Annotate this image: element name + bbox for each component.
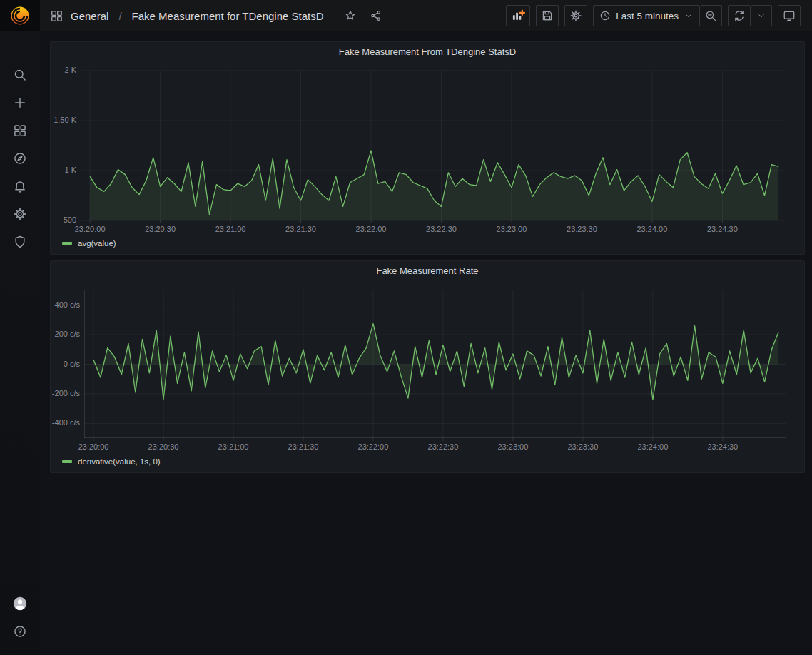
share-dashboard-button[interactable]	[367, 6, 385, 25]
time-range-picker[interactable]: Last 5 minutes	[593, 5, 700, 26]
breadcrumb-dashboards-button[interactable]	[50, 9, 64, 23]
breadcrumb-separator: /	[118, 10, 121, 22]
timeseries-plot-area[interactable]: 2 K1.50 K1 K50023:20:0023:20:3023:21:002…	[81, 71, 786, 220]
legend: avg(value)	[62, 239, 116, 248]
dashboards-grid-icon	[50, 9, 64, 23]
star-icon	[344, 9, 357, 22]
x-axis-tick-label: 23:21:00	[215, 225, 246, 233]
server-admin-shield-icon	[13, 235, 27, 249]
legend-series-swatch	[62, 242, 72, 245]
x-axis-tick-label: 23:24:00	[637, 442, 668, 451]
sidebar-item-dashboards[interactable]	[0, 116, 40, 144]
star-dashboard-button[interactable]	[341, 6, 360, 25]
x-axis-tick-label: 23:21:30	[288, 442, 319, 451]
sidebar-item-help[interactable]	[0, 617, 40, 645]
refresh-icon	[733, 9, 746, 22]
explore-compass-icon	[13, 151, 27, 166]
panel-title[interactable]: Fake Measurement From TDengine StatsD	[51, 46, 804, 57]
panel-fake-measurement: Fake Measurement From TDengine StatsD 2 …	[50, 41, 805, 255]
user-avatar	[12, 596, 28, 611]
timeseries-plot-area[interactable]: 400 c/s200 c/s0 c/s-200 c/s-400 c/s23:20…	[84, 290, 786, 438]
x-axis-tick-label: 23:23:00	[497, 225, 527, 233]
y-axis-tick-label: 2 K	[44, 66, 76, 74]
x-axis-tick-label: 23:20:30	[148, 442, 179, 451]
y-axis-tick-label: 1 K	[44, 166, 76, 174]
sidebar-item-profile[interactable]	[0, 589, 40, 617]
panel-fake-measurement-rate: Fake Measurement Rate 400 c/s200 c/s0 c/…	[50, 260, 805, 473]
sidebar	[0, 0, 40, 655]
create-plus-icon	[13, 96, 27, 110]
search-icon	[13, 68, 27, 82]
sidebar-item-create[interactable]	[0, 88, 40, 116]
legend-series-label[interactable]: avg(value)	[78, 239, 116, 248]
x-axis-tick-label: 23:20:30	[145, 225, 176, 233]
cycle-view-tv-icon	[783, 9, 796, 22]
sidebar-item-alerting[interactable]	[0, 172, 40, 200]
legend: derivative(value, 1s, 0)	[62, 457, 161, 466]
sidebar-item-explore[interactable]	[0, 144, 40, 172]
grafana-logo-icon	[9, 5, 31, 26]
refresh-dashboard-button[interactable]	[728, 5, 751, 26]
sidebar-item-search[interactable]	[0, 61, 40, 88]
clock-icon	[599, 10, 611, 21]
chevron-down-icon	[684, 11, 694, 21]
y-axis-tick-label: 0 c/s	[47, 360, 80, 368]
x-axis-tick-label: 23:23:30	[567, 225, 597, 233]
legend-series-swatch	[62, 460, 72, 463]
top-header: General / Fake Measurement for TDengine …	[40, 0, 812, 31]
x-axis-tick-label: 23:22:00	[356, 225, 387, 233]
panel-title[interactable]: Fake Measurement Rate	[51, 265, 804, 276]
x-axis-tick-label: 23:23:30	[567, 442, 598, 451]
dashboards-grid-icon	[13, 123, 27, 138]
save-dashboard-icon	[541, 9, 554, 22]
sidebar-item-configuration[interactable]	[0, 200, 40, 228]
x-axis-tick-label: 23:22:30	[428, 442, 459, 451]
x-axis-tick-label: 23:24:30	[707, 225, 738, 233]
refresh-interval-dropdown[interactable]	[751, 5, 772, 26]
x-axis-tick-label: 23:20:00	[78, 442, 109, 451]
y-axis-tick-label: 400 c/s	[47, 300, 80, 309]
y-axis-tick-label: 500	[44, 215, 76, 224]
dashboard-toolbar: Last 5 minutes	[506, 5, 801, 26]
x-axis-tick-label: 23:21:00	[218, 442, 249, 451]
y-axis-tick-label: 200 c/s	[47, 330, 80, 338]
zoom-out-icon	[704, 9, 717, 22]
cycle-view-mode-button[interactable]	[778, 5, 801, 26]
help-question-icon	[13, 624, 27, 639]
dashboard-settings-gear-icon	[569, 9, 582, 22]
x-axis-tick-label: 23:23:00	[497, 442, 528, 451]
x-axis-tick-label: 23:22:00	[358, 442, 389, 451]
x-axis-tick-label: 23:21:30	[285, 225, 316, 233]
breadcrumb: General / Fake Measurement for TDengine …	[50, 6, 385, 25]
sidebar-item-server-admin[interactable]	[0, 228, 40, 255]
dashboard-settings-button[interactable]	[564, 5, 587, 26]
zoom-out-time-button[interactable]	[700, 5, 722, 26]
x-axis-tick-label: 23:24:00	[636, 225, 667, 233]
time-range-label: Last 5 minutes	[616, 11, 679, 21]
chevron-down-icon	[756, 11, 766, 21]
add-panel-icon	[511, 9, 525, 23]
configuration-gear-icon	[13, 207, 27, 221]
legend-series-label[interactable]: derivative(value, 1s, 0)	[78, 457, 161, 466]
save-dashboard-button[interactable]	[536, 5, 559, 26]
share-icon	[370, 9, 382, 22]
breadcrumb-folder[interactable]: General	[71, 10, 108, 22]
y-axis-tick-label: 1.50 K	[44, 116, 76, 124]
grafana-logo[interactable]	[0, 0, 40, 31]
x-axis-tick-label: 23:20:00	[75, 225, 106, 233]
x-axis-tick-label: 23:22:30	[426, 225, 457, 233]
y-axis-tick-label: -400 c/s	[47, 418, 80, 427]
alerting-bell-icon	[13, 179, 27, 193]
breadcrumb-dashboard-title[interactable]: Fake Measurement for TDengine StatsD	[132, 10, 324, 22]
x-axis-tick-label: 23:24:30	[707, 442, 738, 451]
add-panel-button[interactable]	[506, 5, 530, 26]
y-axis-tick-label: -200 c/s	[47, 389, 80, 397]
